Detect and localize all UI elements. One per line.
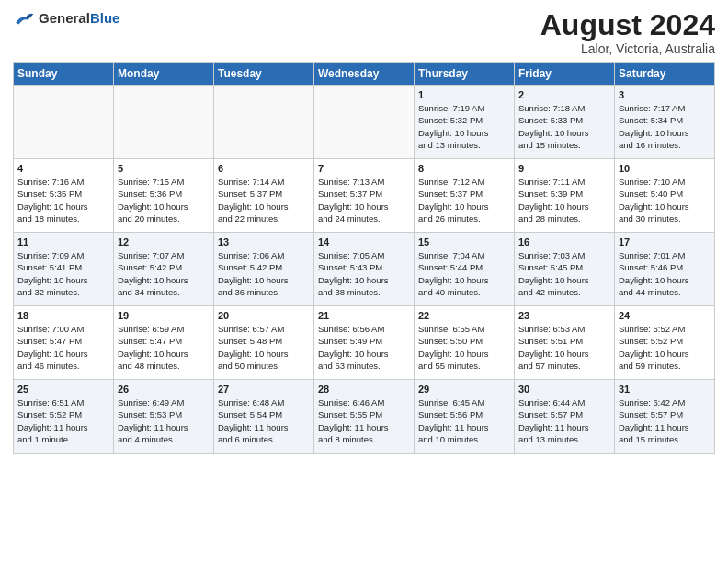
day-info: Sunrise: 7:18 AM Sunset: 5:33 PM Dayligh… <box>518 102 610 151</box>
calendar-cell <box>14 86 114 159</box>
day-number: 23 <box>518 310 610 321</box>
day-number: 11 <box>17 236 109 247</box>
calendar-cell <box>114 86 214 159</box>
calendar-cell <box>314 86 415 159</box>
day-info: Sunrise: 7:01 AM Sunset: 5:46 PM Dayligh… <box>619 249 711 298</box>
calendar-cell: 27Sunrise: 6:48 AM Sunset: 5:54 PM Dayli… <box>214 380 314 454</box>
day-info: Sunrise: 6:45 AM Sunset: 5:56 PM Dayligh… <box>418 396 510 445</box>
header-saturday: Saturday <box>615 63 715 86</box>
location-title: Lalor, Victoria, Australia <box>540 41 715 56</box>
day-info: Sunrise: 6:53 AM Sunset: 5:51 PM Dayligh… <box>518 323 610 372</box>
day-number: 27 <box>218 384 310 395</box>
day-number: 9 <box>518 163 610 174</box>
day-number: 26 <box>118 384 210 395</box>
logo-general: General <box>39 10 90 26</box>
calendar-cell: 7Sunrise: 7:13 AM Sunset: 5:37 PM Daylig… <box>314 159 415 233</box>
calendar-cell: 2Sunrise: 7:18 AM Sunset: 5:33 PM Daylig… <box>515 86 615 159</box>
day-number: 8 <box>418 163 510 174</box>
day-info: Sunrise: 7:14 AM Sunset: 5:37 PM Dayligh… <box>218 176 310 224</box>
calendar-cell: 30Sunrise: 6:44 AM Sunset: 5:57 PM Dayli… <box>515 380 615 454</box>
calendar-week-row: 4Sunrise: 7:16 AM Sunset: 5:35 PM Daylig… <box>14 159 715 233</box>
calendar-cell: 20Sunrise: 6:57 AM Sunset: 5:48 PM Dayli… <box>214 306 314 380</box>
calendar-cell: 19Sunrise: 6:59 AM Sunset: 5:47 PM Dayli… <box>114 306 214 380</box>
day-number: 7 <box>318 163 410 174</box>
day-info: Sunrise: 6:48 AM Sunset: 5:54 PM Dayligh… <box>218 396 310 445</box>
day-info: Sunrise: 7:11 AM Sunset: 5:39 PM Dayligh… <box>518 176 610 224</box>
calendar-cell: 14Sunrise: 7:05 AM Sunset: 5:43 PM Dayli… <box>314 233 415 306</box>
page: GeneralBlue August 2024 Lalor, Victoria,… <box>0 0 728 463</box>
day-info: Sunrise: 6:55 AM Sunset: 5:50 PM Dayligh… <box>418 323 510 372</box>
calendar-week-row: 18Sunrise: 7:00 AM Sunset: 5:47 PM Dayli… <box>14 306 715 380</box>
header-sunday: Sunday <box>14 63 114 86</box>
day-info: Sunrise: 7:03 AM Sunset: 5:45 PM Dayligh… <box>518 249 610 298</box>
calendar-cell: 24Sunrise: 6:52 AM Sunset: 5:52 PM Dayli… <box>615 306 715 380</box>
logo: GeneralBlue <box>13 9 119 28</box>
day-info: Sunrise: 6:56 AM Sunset: 5:49 PM Dayligh… <box>318 323 410 372</box>
month-title: August 2024 <box>540 9 715 41</box>
day-number: 28 <box>318 384 410 395</box>
day-number: 3 <box>619 89 711 100</box>
day-number: 5 <box>118 163 210 174</box>
calendar-cell: 17Sunrise: 7:01 AM Sunset: 5:46 PM Dayli… <box>615 233 715 306</box>
day-info: Sunrise: 7:07 AM Sunset: 5:42 PM Dayligh… <box>118 249 210 298</box>
day-info: Sunrise: 7:10 AM Sunset: 5:40 PM Dayligh… <box>619 176 711 224</box>
day-info: Sunrise: 6:52 AM Sunset: 5:52 PM Dayligh… <box>619 323 711 372</box>
day-number: 19 <box>118 310 210 321</box>
day-info: Sunrise: 7:06 AM Sunset: 5:42 PM Dayligh… <box>218 249 310 298</box>
logo-blue: Blue <box>90 10 120 26</box>
calendar-cell: 4Sunrise: 7:16 AM Sunset: 5:35 PM Daylig… <box>14 159 114 233</box>
calendar-cell: 8Sunrise: 7:12 AM Sunset: 5:37 PM Daylig… <box>415 159 515 233</box>
day-number: 14 <box>318 236 410 247</box>
day-number: 18 <box>17 310 109 321</box>
calendar-cell: 10Sunrise: 7:10 AM Sunset: 5:40 PM Dayli… <box>615 159 715 233</box>
header-friday: Friday <box>515 63 615 86</box>
calendar-cell: 18Sunrise: 7:00 AM Sunset: 5:47 PM Dayli… <box>14 306 114 380</box>
title-area: August 2024 Lalor, Victoria, Australia <box>540 9 715 56</box>
day-number: 10 <box>619 163 711 174</box>
day-number: 25 <box>17 384 109 395</box>
calendar-cell: 13Sunrise: 7:06 AM Sunset: 5:42 PM Dayli… <box>214 233 314 306</box>
day-number: 22 <box>418 310 510 321</box>
day-number: 4 <box>17 163 109 174</box>
day-info: Sunrise: 7:00 AM Sunset: 5:47 PM Dayligh… <box>17 323 109 372</box>
day-info: Sunrise: 6:49 AM Sunset: 5:53 PM Dayligh… <box>118 396 210 445</box>
calendar-header-row: Sunday Monday Tuesday Wednesday Thursday… <box>14 63 715 86</box>
logo-text: GeneralBlue <box>39 10 119 27</box>
day-number: 15 <box>418 236 510 247</box>
header-monday: Monday <box>114 63 214 86</box>
calendar-cell: 16Sunrise: 7:03 AM Sunset: 5:45 PM Dayli… <box>515 233 615 306</box>
calendar-cell: 26Sunrise: 6:49 AM Sunset: 5:53 PM Dayli… <box>114 380 214 454</box>
calendar-cell: 22Sunrise: 6:55 AM Sunset: 5:50 PM Dayli… <box>415 306 515 380</box>
calendar-week-row: 1Sunrise: 7:19 AM Sunset: 5:32 PM Daylig… <box>14 86 715 159</box>
calendar-table: Sunday Monday Tuesday Wednesday Thursday… <box>13 62 715 454</box>
day-info: Sunrise: 7:13 AM Sunset: 5:37 PM Dayligh… <box>318 176 410 224</box>
day-info: Sunrise: 6:51 AM Sunset: 5:52 PM Dayligh… <box>17 396 109 445</box>
calendar-cell <box>214 86 314 159</box>
day-info: Sunrise: 7:15 AM Sunset: 5:36 PM Dayligh… <box>118 176 210 224</box>
day-number: 12 <box>118 236 210 247</box>
calendar-cell: 5Sunrise: 7:15 AM Sunset: 5:36 PM Daylig… <box>114 159 214 233</box>
day-info: Sunrise: 7:17 AM Sunset: 5:34 PM Dayligh… <box>619 102 711 151</box>
day-info: Sunrise: 7:12 AM Sunset: 5:37 PM Dayligh… <box>418 176 510 224</box>
day-number: 17 <box>619 236 711 247</box>
day-info: Sunrise: 6:42 AM Sunset: 5:57 PM Dayligh… <box>619 396 711 445</box>
day-number: 2 <box>518 89 610 100</box>
day-number: 13 <box>218 236 310 247</box>
calendar-body: 1Sunrise: 7:19 AM Sunset: 5:32 PM Daylig… <box>14 86 715 454</box>
day-info: Sunrise: 7:05 AM Sunset: 5:43 PM Dayligh… <box>318 249 410 298</box>
day-info: Sunrise: 7:16 AM Sunset: 5:35 PM Dayligh… <box>17 176 109 224</box>
day-number: 6 <box>218 163 310 174</box>
day-info: Sunrise: 7:09 AM Sunset: 5:41 PM Dayligh… <box>17 249 109 298</box>
day-number: 20 <box>218 310 310 321</box>
header-thursday: Thursday <box>415 63 515 86</box>
calendar-cell: 1Sunrise: 7:19 AM Sunset: 5:32 PM Daylig… <box>415 86 515 159</box>
logo-icon <box>13 9 35 28</box>
calendar-cell: 23Sunrise: 6:53 AM Sunset: 5:51 PM Dayli… <box>515 306 615 380</box>
day-number: 21 <box>318 310 410 321</box>
calendar-cell: 21Sunrise: 6:56 AM Sunset: 5:49 PM Dayli… <box>314 306 415 380</box>
day-info: Sunrise: 6:46 AM Sunset: 5:55 PM Dayligh… <box>318 396 410 445</box>
day-info: Sunrise: 6:59 AM Sunset: 5:47 PM Dayligh… <box>118 323 210 372</box>
calendar-cell: 9Sunrise: 7:11 AM Sunset: 5:39 PM Daylig… <box>515 159 615 233</box>
day-number: 30 <box>518 384 610 395</box>
calendar-cell: 28Sunrise: 6:46 AM Sunset: 5:55 PM Dayli… <box>314 380 415 454</box>
